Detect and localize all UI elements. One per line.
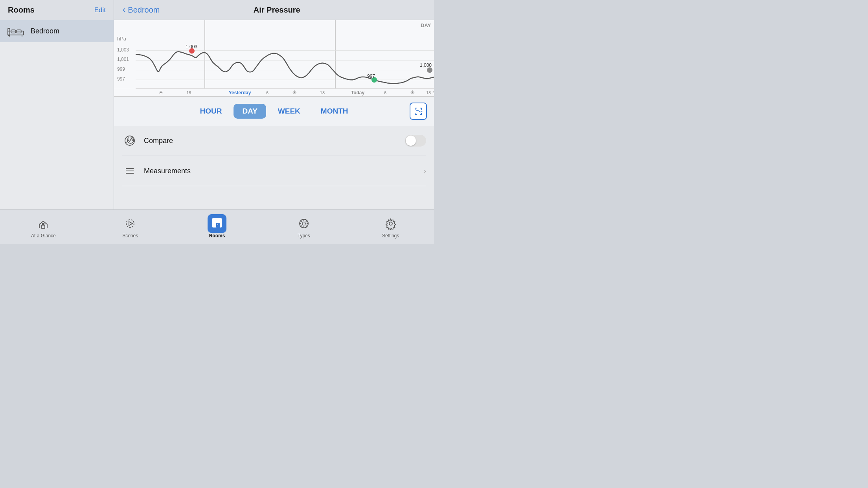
svg-rect-1 — [8, 28, 10, 35]
options-area: Compare Measurements › — [114, 126, 434, 209]
svg-text:N: N — [432, 90, 434, 95]
nav-item-types[interactable]: Types — [260, 216, 347, 238]
bedroom-label: Bedroom — [31, 27, 59, 35]
back-room-label: Bedroom — [128, 6, 160, 15]
detail-title: Air Pressure — [254, 6, 300, 15]
period-selector: HOUR DAY WEEK MONTH — [114, 97, 434, 126]
svg-text:☀: ☀ — [158, 89, 164, 95]
svg-rect-3 — [17, 30, 21, 33]
nav-item-scenes[interactable]: Scenes — [87, 216, 174, 238]
nav-label-at-glance: At a Glance — [31, 233, 56, 238]
svg-rect-7 — [204, 20, 205, 88]
svg-text:☀: ☀ — [410, 89, 415, 95]
types-icon — [296, 216, 312, 231]
right-header: ‹ Bedroom Air Pressure — [114, 0, 434, 20]
room-item-bedroom[interactable]: Bedroom — [0, 20, 114, 42]
svg-text:hPa: hPa — [117, 36, 127, 42]
svg-text:6: 6 — [266, 90, 268, 95]
svg-rect-6 — [114, 20, 204, 88]
svg-text:18: 18 — [320, 90, 325, 95]
period-month-button[interactable]: MONTH — [312, 104, 357, 119]
period-hour-button[interactable]: HOUR — [191, 104, 231, 119]
svg-text:999: 999 — [117, 66, 125, 72]
nav-label-rooms: Rooms — [209, 233, 225, 238]
compare-toggle[interactable] — [405, 135, 426, 147]
nav-item-settings[interactable]: Settings — [347, 216, 434, 238]
bottom-nav: At a Glance Scenes Rooms — [0, 209, 434, 244]
nav-item-rooms[interactable]: Rooms — [174, 216, 261, 238]
svg-text:DAY: DAY — [421, 22, 431, 28]
svg-text:6: 6 — [384, 90, 386, 95]
left-header: Rooms Edit — [0, 0, 114, 20]
svg-point-60 — [389, 222, 392, 225]
air-pressure-chart: hPa 1,003 1,001 999 997 DAY 1,0 — [114, 20, 434, 96]
scenes-icon — [122, 216, 138, 231]
svg-text:Today: Today — [351, 90, 365, 95]
settings-icon — [383, 216, 399, 231]
svg-rect-9 — [335, 20, 336, 88]
svg-text:1,003: 1,003 — [186, 44, 197, 50]
bedroom-icon — [7, 26, 24, 37]
back-chevron-icon: ‹ — [123, 5, 125, 15]
svg-point-51 — [302, 222, 305, 225]
svg-text:997: 997 — [117, 76, 125, 82]
svg-text:1,003: 1,003 — [117, 47, 129, 53]
left-panel: Rooms Edit — [0, 0, 114, 209]
svg-text:18: 18 — [186, 90, 191, 95]
svg-line-58 — [306, 220, 307, 222]
svg-rect-10 — [336, 20, 434, 88]
svg-text:☀: ☀ — [292, 89, 297, 95]
svg-text:997: 997 — [367, 73, 375, 79]
svg-text:1,001: 1,001 — [117, 57, 129, 62]
rooms-nav-icon — [209, 216, 225, 231]
toggle-knob — [406, 136, 416, 146]
measurements-chevron-icon: › — [424, 167, 426, 175]
svg-text:Yesterday: Yesterday — [229, 90, 251, 95]
svg-line-57 — [306, 226, 307, 227]
compare-label: Compare — [144, 137, 405, 145]
nav-label-types: Types — [298, 233, 310, 238]
rooms-title: Rooms — [8, 6, 35, 15]
nav-label-settings: Settings — [382, 233, 399, 238]
svg-rect-2 — [11, 30, 16, 33]
period-day-button[interactable]: DAY — [234, 104, 266, 119]
edit-button[interactable]: Edit — [94, 6, 106, 14]
nav-label-scenes: Scenes — [122, 233, 138, 238]
chart-area: hPa 1,003 1,001 999 997 DAY 1,0 — [114, 20, 434, 97]
svg-rect-44 — [42, 223, 44, 225]
app-container: Rooms Edit — [0, 0, 434, 209]
compare-icon — [122, 133, 138, 149]
measurements-label: Measurements — [144, 167, 424, 175]
measurements-option-row[interactable]: Measurements › — [122, 156, 426, 186]
back-navigation[interactable]: ‹ Bedroom — [123, 5, 160, 15]
compare-option-row: Compare — [122, 126, 426, 156]
svg-line-56 — [301, 220, 302, 222]
svg-rect-43 — [42, 225, 45, 228]
svg-point-25 — [427, 67, 432, 73]
period-week-button[interactable]: WEEK — [269, 104, 309, 119]
expand-chart-button[interactable] — [410, 103, 427, 120]
svg-line-59 — [301, 226, 302, 227]
right-panel: ‹ Bedroom Air Pressure hPa 1,003 1,001 9… — [114, 0, 434, 209]
svg-text:1,000: 1,000 — [420, 62, 432, 68]
at-glance-icon — [35, 216, 51, 231]
svg-rect-48 — [216, 223, 220, 227]
room-list: Bedroom — [0, 20, 114, 209]
measurements-icon — [122, 163, 138, 179]
svg-marker-46 — [129, 222, 132, 226]
svg-text:18: 18 — [426, 90, 431, 95]
nav-item-at-glance[interactable]: At a Glance — [0, 216, 87, 238]
